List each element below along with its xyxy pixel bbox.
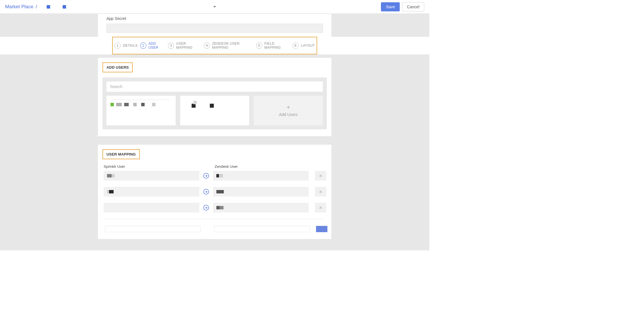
mapping-rows: × × — [102, 171, 327, 232]
cancel-button[interactable]: Cancel — [402, 2, 424, 11]
step-field-mapping[interactable]: 5 FIELD MAPPING — [256, 42, 290, 50]
step-label: USER MAPPING — [176, 42, 201, 50]
user-mapping-panel: USER MAPPING Sprinklr User Zendesk User — [98, 145, 331, 239]
step-number: 2 — [140, 42, 146, 49]
user-card[interactable] — [180, 96, 249, 125]
remove-mapping-button[interactable]: × — [315, 171, 326, 181]
user-card-content — [183, 99, 247, 108]
breadcrumb-item-redacted-2 — [63, 5, 66, 9]
redacted-text — [116, 103, 122, 106]
step-user-mapping[interactable]: 3 USER MAPPING — [168, 42, 201, 50]
zendesk-user-cell[interactable] — [213, 171, 309, 181]
separator — [0, 54, 429, 58]
redacted-text — [109, 190, 114, 193]
step-number: 4 — [204, 42, 210, 49]
step-add-user[interactable]: 2 ADD USER — [140, 42, 165, 50]
remove-mapping-button[interactable]: × — [315, 203, 326, 213]
arrow-right-icon — [203, 205, 209, 211]
mapping-row: × — [104, 171, 326, 181]
sprinklr-user-input[interactable] — [105, 226, 200, 232]
user-card-content — [109, 103, 173, 106]
redacted-text — [216, 190, 224, 193]
stepper-bar: 1 DETAILS 2 ADD USER 3 USER MAPPING 4 ZE… — [0, 37, 429, 54]
sprinklr-user-cell[interactable] — [104, 187, 199, 197]
zendesk-user-input[interactable] — [214, 226, 310, 232]
step-layout[interactable]: 6 LAYOUT — [292, 42, 315, 49]
plus-icon: + — [286, 104, 290, 111]
redacted-text — [220, 206, 223, 209]
redacted-text — [152, 103, 155, 106]
redacted-text — [133, 103, 137, 106]
redacted-text — [219, 174, 223, 177]
save-button[interactable]: Save — [381, 2, 400, 11]
close-icon: × — [319, 205, 322, 211]
close-icon: × — [319, 189, 322, 195]
divider — [105, 219, 325, 219]
step-number: 3 — [168, 42, 174, 49]
step-number: 6 — [292, 42, 299, 49]
zendesk-user-cell[interactable] — [213, 203, 309, 213]
redacted-text — [141, 103, 145, 106]
add-users-title: ADD USERS — [102, 62, 133, 72]
step-number: 5 — [256, 42, 262, 49]
status-dot-icon — [110, 103, 114, 106]
zendesk-user-header: Zendesk User — [215, 164, 238, 169]
redacted-text — [192, 104, 196, 108]
redacted-text — [210, 104, 214, 108]
step-label: FIELD MAPPING — [264, 42, 290, 50]
app-secret-label: App Secret — [106, 14, 323, 22]
dropdown-caret-icon[interactable] — [213, 6, 216, 8]
panel-gap — [0, 136, 429, 145]
app-secret-field[interactable] — [106, 24, 323, 33]
mapping-row: × — [104, 187, 326, 197]
sprinklr-user-cell[interactable] — [104, 171, 199, 181]
wizard-stepper: 1 DETAILS 2 ADD USER 3 USER MAPPING 4 ZE… — [112, 37, 317, 54]
add-mapping-button[interactable] — [316, 226, 327, 232]
new-mapping-row — [104, 226, 326, 232]
breadcrumb-separator: / — [36, 4, 37, 10]
previous-section-peek: App Secret — [98, 14, 331, 37]
remove-mapping-button[interactable]: × — [315, 187, 326, 197]
top-header: Market Place / Save Cancel — [0, 0, 429, 14]
step-label: LAYOUT — [301, 44, 315, 48]
step-zendesk-user-mapping[interactable]: 4 ZENDESK USER MAPPING — [204, 42, 253, 50]
sprinklr-user-header: Sprinklr User — [104, 164, 199, 169]
step-details[interactable]: 1 DETAILS — [114, 42, 138, 49]
redacted-text — [112, 174, 114, 177]
breadcrumb-root-link[interactable]: Market Place — [5, 4, 33, 10]
add-users-label: Add Users — [279, 112, 298, 117]
user-mapping-title: USER MAPPING — [102, 149, 140, 159]
arrow-right-icon — [203, 173, 209, 179]
search-input[interactable] — [106, 81, 323, 92]
page-body: App Secret 1 DETAILS 2 ADD USER 3 USER M… — [0, 14, 429, 250]
arrow-right-icon — [203, 189, 209, 195]
header-actions: Save Cancel — [381, 2, 424, 11]
add-users-card[interactable]: + Add Users — [254, 96, 323, 125]
mapping-row: × — [104, 203, 326, 213]
step-label: ZENDESK USER MAPPING — [212, 42, 253, 50]
zendesk-user-cell[interactable] — [213, 187, 309, 197]
close-icon: × — [319, 173, 322, 179]
card-divider — [112, 100, 170, 100]
breadcrumb: Market Place / — [5, 4, 66, 10]
user-card[interactable] — [106, 96, 176, 125]
sprinklr-user-cell[interactable] — [104, 203, 199, 213]
step-label: ADD USER — [149, 42, 165, 50]
add-users-panel: ADD USERS — [98, 58, 331, 136]
step-number: 1 — [114, 42, 121, 49]
user-cards-row: + Add Users — [106, 96, 323, 125]
step-label: DETAILS — [123, 44, 138, 48]
breadcrumb-item-redacted-1 — [47, 5, 50, 9]
mapping-headers: Sprinklr User Zendesk User — [102, 164, 327, 169]
add-users-container: + Add Users — [102, 77, 327, 129]
redacted-text — [124, 103, 129, 106]
